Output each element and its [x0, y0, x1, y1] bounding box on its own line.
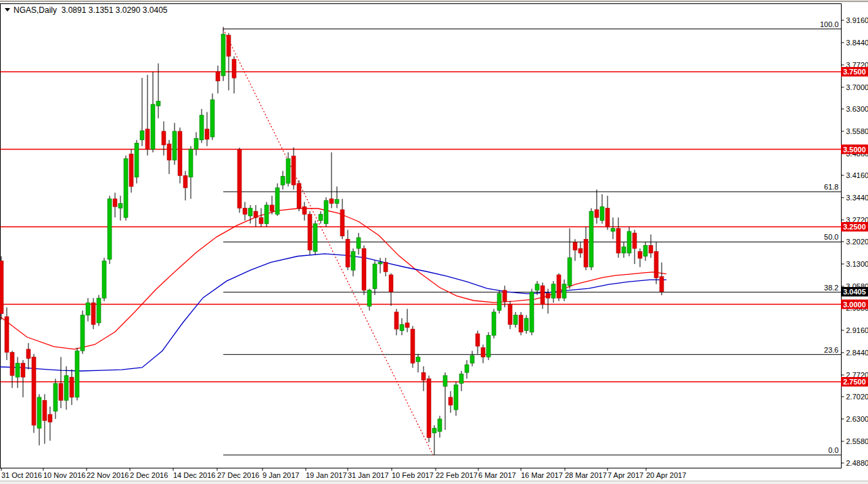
candle-down — [411, 329, 415, 363]
candle-up — [210, 100, 214, 137]
candle-down — [481, 348, 485, 357]
candle-up — [221, 35, 225, 76]
ma-fast-red-line[interactable] — [0, 208, 666, 349]
candle-down — [59, 383, 63, 400]
candle-down — [606, 208, 610, 227]
candle-down — [216, 72, 220, 81]
y-tick-label: 3.9160 — [846, 16, 868, 24]
candle-down — [557, 275, 561, 298]
x-tick-label: 22 Feb 2017 — [436, 471, 478, 479]
ohlc-quote: 3.0891 3.1351 3.0290 3.0405 — [62, 5, 168, 15]
candle-down — [449, 397, 453, 405]
candle-down — [519, 315, 523, 332]
candle-down — [308, 215, 312, 250]
candle-down — [297, 183, 301, 208]
candle-down — [427, 378, 431, 437]
candle-up — [37, 397, 41, 428]
candle-up — [562, 284, 566, 299]
candle-down — [243, 208, 247, 215]
candle-up — [351, 252, 355, 270]
y-tick-label: 3.6300 — [846, 105, 868, 113]
title-spacer — [57, 5, 62, 15]
candle-up — [524, 318, 528, 330]
y-tick-label: 3.4160 — [846, 171, 868, 179]
fib-label-38.2: 38.2 — [824, 284, 838, 292]
fib-label-61.8: 61.8 — [824, 183, 838, 191]
price-badge-2.7500-text: 2.7500 — [843, 378, 866, 386]
y-tick-label: 3.2020 — [846, 238, 868, 246]
candle-down — [421, 372, 426, 380]
candle-up — [97, 298, 101, 323]
candle-up — [86, 303, 90, 315]
x-tick-label: 31 Jan 2017 — [348, 471, 389, 479]
candle-up — [416, 357, 420, 361]
x-tick-label: 2 Dec 2016 — [130, 471, 168, 479]
candle-up — [568, 258, 572, 286]
price-badge-3.7500-text: 3.7500 — [843, 68, 866, 76]
candle-up — [81, 315, 85, 351]
candle-down — [394, 312, 398, 329]
candle-up — [367, 290, 371, 306]
chart-title: NGAS,Daily 3.0891 3.1351 3.0290 3.0405 — [14, 5, 168, 15]
candle-down — [389, 275, 393, 292]
candle-down — [660, 277, 664, 292]
candle-down — [362, 248, 366, 290]
candle-up — [465, 365, 469, 372]
candle-down — [0, 261, 3, 313]
y-tick-label: 3.1300 — [846, 260, 868, 268]
candle-up — [335, 200, 339, 204]
candle-up — [118, 204, 122, 208]
candle-down — [616, 228, 620, 253]
candle-down — [573, 242, 577, 250]
candle-down — [405, 323, 409, 328]
candle-up — [600, 206, 604, 221]
x-tick-label: 10 Feb 2017 — [392, 471, 434, 479]
candle-up — [64, 376, 68, 401]
candle-down — [48, 414, 52, 422]
candle-down — [43, 400, 47, 420]
candle-down — [259, 217, 263, 223]
y-tick-label: 3.7000 — [846, 83, 868, 91]
y-tick-label: 2.5580 — [846, 437, 868, 445]
candle-up — [589, 211, 593, 267]
y-tick-label: 3.3440 — [846, 194, 868, 202]
candle-down — [638, 252, 642, 259]
candle-up — [75, 351, 79, 397]
candle-up — [400, 324, 404, 330]
candle-down — [232, 60, 236, 78]
candle-up — [156, 102, 160, 106]
y-tick-label: 3.5580 — [846, 127, 868, 135]
candle-up — [275, 188, 279, 214]
candle-up — [432, 428, 436, 433]
candle-down — [384, 263, 388, 272]
chart-border — [1, 4, 842, 468]
candle-up — [497, 293, 501, 310]
candle-down — [167, 144, 171, 160]
x-tick-label: 7 Apr 2017 — [608, 471, 643, 479]
candle-down — [541, 286, 545, 304]
candle-up — [189, 150, 193, 177]
candle-up — [470, 355, 474, 363]
candle-up — [513, 315, 518, 325]
y-tick-label: 2.7020 — [846, 393, 868, 401]
y-tick-label: 2.4880 — [846, 459, 868, 467]
candle-down — [654, 252, 658, 278]
candle-up — [643, 245, 647, 256]
candle-down — [32, 357, 36, 425]
candle-down — [145, 129, 150, 150]
symbol-dropdown-icon[interactable] — [5, 8, 10, 12]
candle-up — [622, 247, 626, 253]
candle-down — [205, 129, 209, 139]
candle-up — [611, 228, 615, 232]
symbol-timeframe-label: NGAS,Daily — [14, 5, 57, 15]
candle-up — [53, 383, 58, 411]
candle-up — [486, 335, 490, 357]
candle-up — [313, 223, 317, 251]
price-chart[interactable]: 0.023.638.250.061.8100.03.91603.84403.77… — [0, 0, 868, 484]
candle-down — [633, 233, 637, 248]
candle-down — [129, 154, 133, 186]
candle-down — [292, 156, 296, 185]
x-tick-label: 27 Dec 2016 — [217, 471, 259, 479]
candle-up — [281, 176, 285, 185]
candle-up — [530, 292, 534, 332]
